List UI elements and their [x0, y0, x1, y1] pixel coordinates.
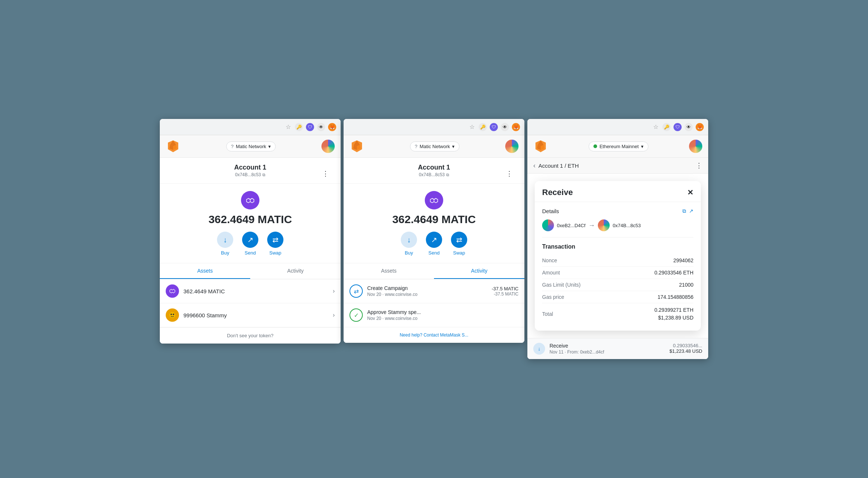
copy-address-icon-1[interactable]: ⧉	[262, 173, 265, 177]
to-address: 0x74B...8c53	[613, 223, 641, 228]
network-selector-3[interactable]: Ethereum Mainnet ▾	[589, 141, 648, 151]
tx-row-nonce: Nonce 2994062	[542, 255, 693, 267]
network-status-dot-3	[593, 144, 597, 148]
buy-button-2[interactable]: ↓ Buy	[401, 232, 417, 256]
swap-label-1: Swap	[269, 250, 282, 256]
action-buttons-2: ↓ Buy ↗ Send ⇄ Swap	[401, 232, 467, 256]
ext-icon-privacy[interactable]: 👁	[317, 123, 325, 131]
activity-details-approve-stammy: Approve Stammy spe... Nov 20 · www.coinv…	[367, 309, 519, 321]
receive-modal-title: Receive	[542, 188, 573, 197]
browser-window-3: ☆ 🔑 🛡 👁 🦊 Ethereum Mainnet	[527, 119, 708, 359]
network-selector-1[interactable]: ? Matic Network ▾	[226, 141, 276, 151]
activity-amount-main-create: -37.5 MATIC	[492, 286, 519, 291]
metamask-popup-3: Ethereum Mainnet ▾ ‹ Account 1 / ETH ⋮ R…	[527, 135, 708, 359]
swap-button-1[interactable]: ⇄ Swap	[267, 232, 283, 256]
account-address-2: 0x74B...8c53 ⧉	[419, 172, 449, 177]
swap-icon-2: ⇄	[451, 232, 467, 248]
mm-header-1: ? Matic Network ▾	[160, 135, 341, 158]
ext-icon-1password-3[interactable]: 🔑	[662, 123, 671, 131]
ext-icon-shield-3[interactable]: 🛡	[674, 123, 682, 131]
balance-section-2: 362.4649 MATIC ↓ Buy ↗ Send ⇄ Swap	[344, 184, 524, 263]
buy-label-1: Buy	[221, 250, 229, 256]
tx-gas-limit-val: 21000	[679, 282, 693, 288]
transaction-section-title: Transaction	[542, 243, 693, 250]
ext-icon-shield-2[interactable]: 🛡	[490, 123, 498, 131]
tx-addresses: 0xeB2...D4Cf → 0x74B...8c53	[542, 219, 693, 238]
receive-modal-header: Receive ✕	[535, 181, 701, 202]
asset-item-matic[interactable]: 362.4649 MATIC ›	[160, 279, 341, 303]
account-avatar-2[interactable]	[505, 140, 519, 153]
copy-details-icon[interactable]: ⧉	[682, 208, 686, 214]
bookmark-icon[interactable]: ☆	[285, 123, 292, 131]
tx-amount-key: Amount	[542, 270, 560, 276]
browser-toolbar-3: ☆ 🔑 🛡 👁 🦊	[527, 119, 708, 135]
buy-button-1[interactable]: ↓ Buy	[217, 232, 233, 256]
account-avatar-1[interactable]	[321, 140, 335, 153]
mm-header-2: ? Matic Network ▾	[344, 135, 524, 158]
matic-icon	[166, 284, 179, 298]
receive-activity-subtitle: Nov 11 · From: 0xeb2...d4cf	[550, 349, 669, 355]
activity-item-create-campaign[interactable]: ⇄ Create Campaign Nov 20 · www.coinvise.…	[344, 279, 524, 303]
buy-icon-1: ↓	[217, 232, 233, 248]
svg-point-5	[170, 314, 172, 315]
ext-icon-shield[interactable]: 🛡	[306, 123, 314, 131]
network-question-icon-2: ?	[415, 144, 417, 149]
bookmark-icon-3[interactable]: ☆	[652, 123, 659, 131]
activity-item-approve-stammy[interactable]: ✓ Approve Stammy spe... Nov 20 · www.coi…	[344, 303, 524, 327]
three-dots-menu-1[interactable]: ⋮	[322, 170, 329, 178]
external-link-icon[interactable]: ↗	[689, 208, 693, 214]
receive-modal-body: Details ⧉ ↗ 0xeB2...D4Cf → 0x74B...8c53	[535, 202, 701, 331]
dont-see-token[interactable]: Don't see your token?	[160, 327, 341, 344]
balance-section-1: 362.4649 MATIC ↓ Buy ↗ Send ⇄ Swap	[160, 184, 341, 263]
three-dots-menu-2[interactable]: ⋮	[506, 170, 513, 178]
three-dots-menu-3[interactable]: ⋮	[696, 161, 702, 170]
balance-amount-2: 362.4649 MATIC	[392, 213, 476, 226]
ext-icon-privacy-2[interactable]: 👁	[501, 123, 509, 131]
tabs-row-1: Assets Activity	[160, 263, 341, 279]
svg-point-6	[173, 314, 174, 315]
account-eth-header: ‹ Account 1 / ETH ⋮	[527, 158, 708, 174]
svg-point-4	[169, 312, 175, 318]
from-address: 0xeB2...D4Cf	[557, 223, 585, 228]
receive-modal: Receive ✕ Details ⧉ ↗	[535, 181, 701, 331]
chevron-down-icon-3: ▾	[641, 144, 644, 149]
tab-activity-1[interactable]: Activity	[250, 263, 341, 279]
browser-toolbar-1: ☆ 🔑 🛡 👁 🦊	[160, 119, 341, 135]
ext-icon-metamask-2[interactable]: 🦊	[512, 123, 520, 131]
network-selector-2[interactable]: ? Matic Network ▾	[410, 141, 460, 151]
ext-icon-metamask[interactable]: 🦊	[328, 123, 336, 131]
ext-icon-1password-2[interactable]: 🔑	[479, 123, 487, 131]
browser-window-1: ☆ 🔑 🛡 👁 🦊 ? Matic Network	[160, 119, 341, 344]
tx-nonce-key: Nonce	[542, 257, 557, 263]
asset-item-stammy[interactable]: 9996600 Stammy ›	[160, 303, 341, 327]
activity-title-approve-stammy: Approve Stammy spe...	[367, 309, 519, 315]
receive-activity-amounts: 0.29033546... $1,223.48 USD	[669, 343, 702, 354]
matic-chevron: ›	[333, 288, 335, 294]
send-button-2[interactable]: ↗ Send	[426, 232, 442, 256]
tab-activity-2[interactable]: Activity	[434, 263, 524, 279]
close-modal-button[interactable]: ✕	[687, 188, 693, 197]
bookmark-icon-2[interactable]: ☆	[468, 123, 476, 131]
tab-assets-1[interactable]: Assets	[160, 263, 250, 279]
account-section-1: Account 1 0x74B...8c53 ⧉ ⋮	[160, 158, 341, 184]
send-button-1[interactable]: ↗ Send	[242, 232, 258, 256]
account-avatar-3[interactable]	[689, 140, 702, 153]
details-action-icons: ⧉ ↗	[682, 208, 693, 214]
tab-assets-2[interactable]: Assets	[344, 263, 434, 279]
ext-icon-privacy-3[interactable]: 👁	[685, 123, 693, 131]
browser-windows: ☆ 🔑 🛡 👁 🦊 ? Matic Network	[158, 119, 710, 359]
balance-amount-1: 362.4649 MATIC	[209, 213, 292, 226]
copy-address-icon-2[interactable]: ⧉	[446, 173, 449, 177]
metamask-popup-2: ? Matic Network ▾ Account 1 0x74B...8c53…	[344, 135, 524, 343]
tx-gas-limit-key: Gas Limit (Units)	[542, 282, 581, 288]
tx-gas-price-val: 174.154880856	[658, 294, 693, 300]
ext-icon-metamask-3[interactable]: 🦊	[696, 123, 704, 131]
swap-button-2[interactable]: ⇄ Swap	[451, 232, 467, 256]
ext-icon-1password[interactable]: 🔑	[295, 123, 303, 131]
back-button[interactable]: ‹	[533, 162, 535, 170]
chevron-down-icon-2: ▾	[452, 144, 455, 149]
receive-activity-item[interactable]: ↓ Receive Nov 11 · From: 0xeb2...d4cf 0.…	[527, 338, 708, 359]
need-help-link[interactable]: Need help? Contact MetaMask S...	[344, 327, 524, 343]
send-icon-2: ↗	[426, 232, 442, 248]
details-label: Details	[542, 208, 559, 214]
